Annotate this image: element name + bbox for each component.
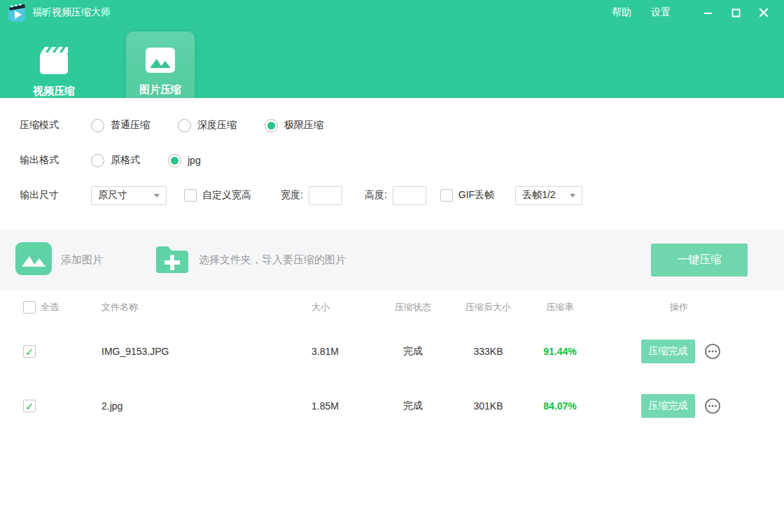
- radio-circle: [91, 119, 104, 132]
- radio-original-format[interactable]: 原格式: [91, 154, 140, 167]
- header-file-name: 文件名称: [102, 301, 304, 314]
- tab-video-label: 视频压缩: [33, 85, 75, 98]
- size-select[interactable]: 原尺寸: [91, 186, 167, 205]
- output-size-row: 输出尺寸 原尺寸 自定义宽高 宽度: 高度: GIF丢帧 丢帧1/2: [20, 178, 784, 213]
- tab-video-compress[interactable]: 视频压缩: [19, 25, 89, 98]
- table-row: IMG_9153.JPG 3.81M 完成 333KB 91.44% 压缩完成: [0, 324, 784, 379]
- after-size: 333KB: [444, 346, 532, 357]
- table-header: 全选 文件名称 大小 压缩状态 压缩后大小 压缩率 操作: [0, 290, 784, 324]
- output-format-row: 输出格式 原格式 jpg: [20, 143, 784, 178]
- select-folder-label: 选择文件夹，导入要压缩的图片: [199, 253, 346, 267]
- header-status: 压缩状态: [382, 301, 444, 314]
- file-table: 全选 文件名称 大小 压缩状态 压缩后大小 压缩率 操作 IMG_9153.JP…: [0, 290, 784, 433]
- folder-plus-icon: [155, 244, 190, 277]
- height-input[interactable]: [393, 186, 426, 205]
- titlebar: 福昕视频压缩大师 帮助 设置: [0, 0, 784, 25]
- custom-size-label: 自定义宽高: [202, 189, 251, 202]
- after-size: 301KB: [444, 400, 532, 412]
- help-link[interactable]: 帮助: [612, 6, 631, 19]
- radio-normal-compress[interactable]: 普通压缩: [91, 119, 150, 132]
- app-logo-icon: [7, 3, 27, 22]
- radio-circle: [265, 119, 278, 132]
- chevron-down-icon: [154, 194, 160, 197]
- compress-mode-label: 压缩模式: [20, 119, 91, 132]
- header-operations: 操作: [670, 301, 688, 314]
- table-row: 2.jpg 1.85M 完成 301KB 84.07% 压缩完成: [0, 379, 784, 433]
- compress-done-button[interactable]: 压缩完成: [641, 394, 695, 418]
- image-icon: [144, 46, 176, 77]
- compress-ratio: 84.07%: [532, 400, 588, 412]
- add-images-label: 添加图片: [61, 253, 103, 267]
- output-size-label: 输出尺寸: [20, 189, 91, 202]
- add-images-button[interactable]: 添加图片: [15, 242, 103, 278]
- gif-dropframe-checkbox[interactable]: [440, 189, 453, 202]
- tab-image-label: 图片压缩: [139, 83, 181, 97]
- output-format-label: 输出格式: [20, 154, 91, 167]
- radio-extreme-compress[interactable]: 极限压缩: [265, 119, 323, 132]
- compress-status: 完成: [382, 345, 444, 358]
- file-size: 1.85M: [304, 400, 382, 412]
- width-label: 宽度:: [281, 189, 303, 202]
- add-image-icon: [15, 242, 52, 278]
- compress-status: 完成: [382, 400, 444, 412]
- radio-circle: [168, 154, 181, 167]
- radio-jpg-format[interactable]: jpg: [168, 154, 201, 167]
- select-folder-button[interactable]: 选择文件夹，导入要压缩的图片: [155, 244, 346, 277]
- close-icon[interactable]: [753, 4, 774, 21]
- more-options-icon[interactable]: [704, 398, 721, 414]
- radio-circle: [178, 119, 191, 132]
- custom-size-checkbox[interactable]: [184, 189, 197, 202]
- gif-dropframe-label: GIF丢帧: [458, 189, 494, 202]
- row-checkbox[interactable]: [23, 400, 36, 412]
- tab-image-compress[interactable]: 图片压缩: [126, 31, 195, 98]
- header-size: 大小: [304, 301, 382, 314]
- add-toolbar: 添加图片 选择文件夹，导入要压缩的图片 一键压缩: [0, 230, 784, 290]
- more-options-icon[interactable]: [704, 343, 721, 360]
- radio-deep-compress[interactable]: 深度压缩: [178, 119, 237, 132]
- chevron-down-icon: [570, 194, 575, 197]
- clapperboard-icon: [38, 46, 70, 78]
- compress-all-button[interactable]: 一键压缩: [651, 244, 748, 276]
- settings-panel: 压缩模式 普通压缩 深度压缩 极限压缩 输出格式 原格式 jpg 输出尺寸 原尺…: [0, 98, 784, 230]
- tab-strip: 视频压缩 图片压缩: [0, 25, 784, 98]
- header-ratio: 压缩率: [532, 301, 588, 314]
- select-all-label: 全选: [41, 301, 59, 314]
- maximize-icon[interactable]: [725, 4, 746, 21]
- app-title: 福昕视频压缩大师: [32, 6, 111, 19]
- minimize-icon[interactable]: [697, 4, 718, 21]
- height-label: 高度:: [365, 189, 387, 202]
- width-input[interactable]: [309, 186, 342, 205]
- radio-circle: [91, 154, 104, 167]
- file-size: 3.81M: [304, 346, 382, 357]
- compress-ratio: 91.44%: [532, 346, 588, 357]
- settings-link[interactable]: 设置: [651, 6, 671, 19]
- file-name: IMG_9153.JPG: [102, 346, 304, 357]
- dropframe-select[interactable]: 丢帧1/2: [515, 186, 582, 205]
- header-after-size: 压缩后大小: [444, 301, 532, 314]
- select-all-checkbox[interactable]: [23, 301, 36, 314]
- file-name: 2.jpg: [102, 400, 304, 412]
- compress-done-button[interactable]: 压缩完成: [641, 340, 695, 363]
- row-checkbox[interactable]: [23, 345, 36, 358]
- compress-mode-row: 压缩模式 普通压缩 深度压缩 极限压缩: [20, 108, 784, 143]
